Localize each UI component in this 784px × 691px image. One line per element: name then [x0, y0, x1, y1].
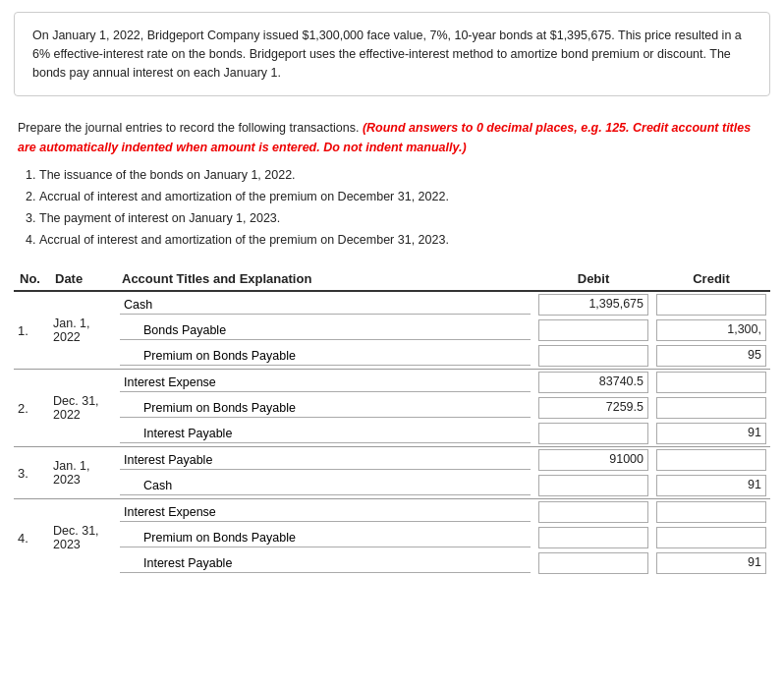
debit-cell[interactable] — [534, 317, 652, 343]
account-cell[interactable] — [116, 447, 534, 474]
table-row: 91 — [14, 550, 770, 576]
credit-amount — [656, 294, 766, 316]
table-row: 3.Jan. 1,202391000 — [14, 447, 770, 474]
entry-date: Jan. 1,2023 — [49, 447, 116, 499]
table-row: 4.Dec. 31,2023 — [14, 499, 770, 526]
credit-cell[interactable] — [652, 499, 770, 526]
debit-amount — [538, 552, 648, 574]
transaction-2: Accrual of interest and amortization of … — [39, 187, 766, 206]
account-input[interactable] — [120, 529, 531, 547]
debit-amount: 7259.5 — [538, 397, 648, 419]
entry-date: Jan. 1,2022 — [49, 291, 116, 370]
header-debit: Debit — [534, 267, 652, 291]
table-row: 1.Jan. 1,20221,395,675 — [14, 291, 770, 317]
transaction-4: Accrual of interest and amortization of … — [39, 230, 766, 250]
credit-amount — [656, 372, 766, 393]
account-cell[interactable] — [116, 499, 534, 526]
account-input[interactable] — [120, 425, 531, 443]
account-input[interactable] — [120, 477, 531, 495]
transactions-list: The issuance of the bonds on January 1, … — [18, 165, 766, 250]
account-input[interactable] — [120, 296, 531, 315]
account-cell[interactable] — [116, 550, 534, 576]
credit-cell[interactable] — [652, 370, 770, 396]
account-cell[interactable] — [116, 343, 534, 370]
debit-amount — [538, 319, 648, 341]
credit-cell[interactable]: 91 — [652, 421, 770, 447]
account-input[interactable] — [120, 374, 531, 392]
account-input[interactable] — [120, 451, 531, 470]
header-account: Account Titles and Explanation — [116, 267, 534, 291]
account-cell[interactable] — [116, 525, 534, 550]
credit-amount — [656, 397, 766, 419]
credit-amount: 1,300, — [656, 319, 766, 341]
debit-amount — [538, 475, 648, 496]
credit-amount: 91 — [656, 552, 766, 574]
credit-amount — [656, 449, 766, 471]
entry-date: Dec. 31,2022 — [49, 370, 116, 447]
table-row: 7259.5 — [14, 395, 770, 421]
debit-amount: 91000 — [538, 449, 648, 471]
table-row: 91 — [14, 473, 770, 499]
debit-amount: 83740.5 — [538, 372, 648, 393]
journal-table: No. Date Account Titles and Explanation … — [14, 267, 770, 576]
transaction-1: The issuance of the bonds on January 1, … — [39, 165, 766, 185]
account-input[interactable] — [120, 554, 531, 573]
account-input[interactable] — [120, 399, 531, 418]
debit-cell[interactable] — [534, 473, 652, 499]
table-row: 95 — [14, 343, 770, 370]
header-no: No. — [14, 267, 49, 291]
credit-amount: 91 — [656, 475, 766, 496]
credit-cell[interactable] — [652, 525, 770, 550]
account-cell[interactable] — [116, 317, 534, 343]
account-input[interactable] — [120, 321, 531, 340]
entry-number: 3. — [14, 447, 49, 499]
account-input[interactable] — [120, 347, 531, 366]
account-cell[interactable] — [116, 291, 534, 317]
instructions-section: Prepare the journal entries to record th… — [0, 108, 784, 258]
entry-number: 2. — [14, 370, 49, 447]
header-credit: Credit — [652, 267, 770, 291]
credit-amount: 91 — [656, 423, 766, 444]
debit-amount — [538, 501, 648, 523]
debit-cell[interactable] — [534, 499, 652, 526]
credit-amount: 95 — [656, 345, 766, 367]
instructions-label: Prepare the journal entries to record th… — [18, 121, 359, 135]
debit-cell[interactable]: 7259.5 — [534, 395, 652, 421]
debit-amount — [538, 423, 648, 444]
transaction-3: The payment of interest on January 1, 20… — [39, 208, 766, 228]
entry-date: Dec. 31,2023 — [49, 499, 116, 577]
table-row: 91 — [14, 421, 770, 447]
debit-cell[interactable]: 1,395,675 — [534, 291, 652, 317]
credit-cell[interactable] — [652, 291, 770, 317]
debit-cell[interactable] — [534, 525, 652, 550]
credit-amount — [656, 527, 766, 548]
credit-cell[interactable] — [652, 395, 770, 421]
debit-cell[interactable] — [534, 550, 652, 576]
account-cell[interactable] — [116, 473, 534, 499]
account-input[interactable] — [120, 503, 531, 522]
header-date: Date — [49, 267, 116, 291]
credit-cell[interactable]: 91 — [652, 550, 770, 576]
table-row: 1,300, — [14, 317, 770, 343]
credit-amount — [656, 501, 766, 523]
entry-number: 1. — [14, 291, 49, 370]
table-row: 2.Dec. 31,202283740.5 — [14, 370, 770, 396]
credit-cell[interactable]: 95 — [652, 343, 770, 370]
debit-cell[interactable] — [534, 421, 652, 447]
debit-cell[interactable]: 91000 — [534, 447, 652, 474]
debit-amount: 1,395,675 — [538, 294, 648, 316]
account-cell[interactable] — [116, 370, 534, 396]
credit-cell[interactable]: 91 — [652, 473, 770, 499]
account-cell[interactable] — [116, 421, 534, 447]
debit-amount — [538, 527, 648, 548]
entry-number: 4. — [14, 499, 49, 577]
debit-amount — [538, 345, 648, 367]
problem-statement: On January 1, 2022, Bridgeport Company i… — [14, 12, 770, 96]
debit-cell[interactable]: 83740.5 — [534, 370, 652, 396]
credit-cell[interactable] — [652, 447, 770, 474]
problem-text: On January 1, 2022, Bridgeport Company i… — [32, 29, 742, 80]
debit-cell[interactable] — [534, 343, 652, 370]
table-row — [14, 525, 770, 550]
credit-cell[interactable]: 1,300, — [652, 317, 770, 343]
account-cell[interactable] — [116, 395, 534, 421]
